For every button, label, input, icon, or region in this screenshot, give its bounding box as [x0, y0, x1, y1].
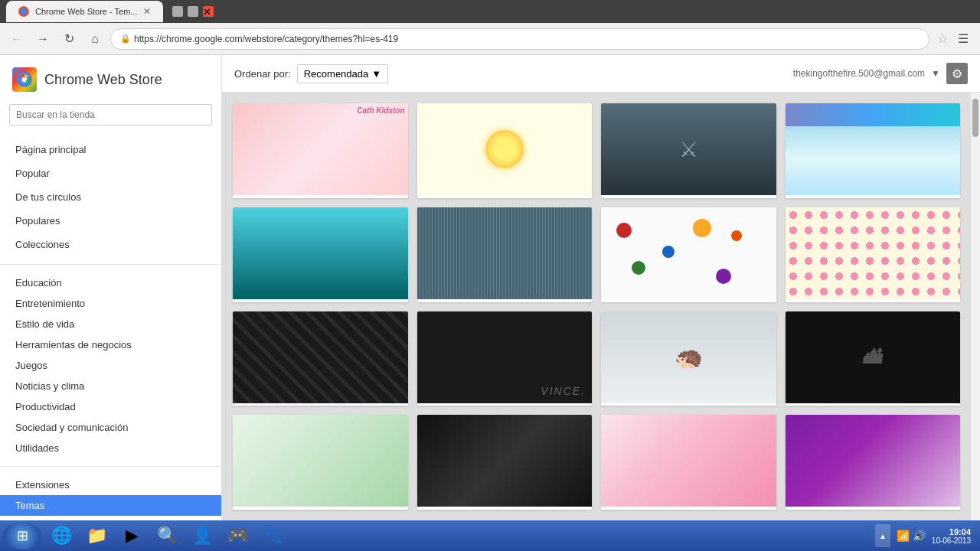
address-bar[interactable]: 🔒 https://chrome.google.com/webstore/cat…	[110, 28, 929, 50]
nav-divider-1	[0, 264, 221, 265]
right-scrollbar[interactable]	[971, 93, 980, 520]
user-dropdown-icon[interactable]: ▼	[931, 68, 940, 79]
sidebar-section-temas[interactable]: Temas	[0, 495, 221, 516]
theme-thumbnail: 🦔	[601, 311, 776, 403]
theme-item[interactable]: 🦔Hedgehog in the fog221.468 usuarios	[601, 311, 776, 406]
taskbar-app-user[interactable]: 👤	[185, 522, 219, 549]
sidebar-nav-colecciones[interactable]: Colecciones	[0, 233, 221, 256]
theme-item[interactable]: Emma Bridgewater192.485 usuarios	[601, 207, 776, 302]
sidebar-category-entretenimiento[interactable]: Entretenimiento	[0, 293, 221, 314]
search-input[interactable]	[9, 104, 212, 126]
home-button[interactable]: ⌂	[84, 28, 106, 50]
browser-toolbar: ← → ↻ ⌂ 🔒 https://chrome.google.com/webs…	[0, 23, 980, 55]
theme-info: Game of Thrones: Stark🔥🔥🔥 Tendencia	[601, 195, 776, 198]
window-minimize-button[interactable]	[172, 6, 183, 17]
taskbar-system-icons: 📶 🔊	[897, 530, 926, 542]
sidebar-nav-de-tus-circulos[interactable]: De tus círculos	[0, 185, 221, 209]
sidebar-category-utilidades[interactable]: Utilidades	[0, 438, 221, 458]
sidebar-category-estilo-de-vida[interactable]: Estilo de vida	[0, 314, 221, 334]
settings-gear-icon: ⚙	[952, 67, 962, 81]
sidebar-section-extensiones[interactable]: Extensiones	[0, 474, 221, 495]
theme-info: Blond-Amsterdam63.488 usuarios	[786, 299, 961, 302]
theme-info: Splendid632.650 usuarios	[786, 195, 961, 198]
sort-area: Ordenar por: Recomendada ▼	[234, 64, 388, 83]
theme-item[interactable]: Marlies Dekkers200.069 usuarios	[233, 311, 408, 406]
theme-item[interactable]: Splendid632.650 usuarios	[786, 103, 961, 198]
theme-item[interactable]	[417, 415, 593, 510]
scrollbar-thumb[interactable]	[972, 99, 978, 137]
theme-thumbnail	[601, 207, 776, 299]
theme-info: Marlies Dekkers200.069 usuarios	[233, 403, 408, 406]
sidebar-category-educacion[interactable]: Educación	[0, 272, 221, 293]
explorer-icon: 📁	[87, 526, 107, 546]
theme-item[interactable]: ⚔Game of Thrones: Stark🔥🔥🔥 Tendencia	[601, 103, 776, 198]
taskbar-app-game[interactable]: 🎮	[220, 522, 254, 549]
theme-item[interactable]: Blond-Amsterdam63.488 usuarios	[786, 207, 961, 302]
taskbar-app-chrome[interactable]: 🌐	[44, 522, 78, 549]
theme-info: Charlotte Ronson252.669 usuarios	[786, 403, 961, 406]
theme-thumbnail	[417, 103, 593, 195]
theme-thumbnail	[601, 415, 776, 507]
taskbar-app-explorer[interactable]: 📁	[80, 522, 113, 549]
sidebar-nav-pagina-principal[interactable]: Página principal	[0, 138, 221, 161]
sidebar: Chrome Web Store Página principalPopular…	[0, 55, 222, 520]
sidebar-category-herramientas-de-negocios[interactable]: Herramientas de negocios	[0, 334, 221, 355]
sidebar-main-nav: Página principalPopularDe tus círculosPo…	[0, 135, 221, 259]
theme-info	[233, 507, 408, 510]
tab-title: Chrome Web Store - Tem...	[35, 7, 137, 16]
theme-item[interactable]: Caroline Gardner317.138 usuarios	[417, 103, 593, 198]
theme-thumbnail	[786, 415, 961, 507]
chrome-icon: 🌐	[51, 526, 72, 546]
cws-logo-icon	[12, 67, 37, 92]
theme-item[interactable]: 🏙Charlotte Ronson252.669 usuarios	[786, 311, 961, 406]
theme-info: Las gotas de lluvia436.885 usuarios	[417, 299, 593, 302]
theme-item[interactable]: Ratchet & Clank Future 2234.493 usuarios	[233, 207, 408, 302]
theme-thumbnail	[233, 415, 408, 507]
forward-button[interactable]: →	[32, 28, 54, 50]
theme-thumbnail	[417, 207, 593, 299]
sidebar-header: Chrome Web Store	[0, 61, 221, 101]
settings-menu-button[interactable]: ☰	[952, 28, 974, 50]
start-button[interactable]: ⊞	[3, 522, 41, 549]
taskbar-app-extra[interactable]: 🐾	[256, 522, 289, 549]
theme-grid: Cath KidstonCath Kidston630.154 usuarios…	[222, 93, 971, 520]
media-icon: ▶	[126, 526, 139, 546]
theme-thumbnail	[786, 207, 961, 299]
nav-divider-2	[0, 466, 221, 467]
theme-item[interactable]	[786, 415, 961, 510]
taskbar-notification-area[interactable]: ▲	[875, 524, 890, 547]
user-icon: 👤	[192, 526, 213, 546]
sidebar-nav-populares[interactable]: Populares	[0, 209, 221, 233]
sort-select[interactable]: Recomendada ▼	[297, 64, 388, 83]
tab-close-icon[interactable]: ✕	[143, 6, 151, 17]
sidebar-category-juegos[interactable]: Juegos	[0, 355, 221, 376]
taskbar-app-search[interactable]: 🔍	[150, 522, 184, 549]
window-close-button[interactable]: ✕	[203, 6, 214, 17]
taskbar-app-media[interactable]: ▶	[115, 522, 149, 549]
reload-button[interactable]: ↻	[58, 28, 80, 50]
sidebar-nav-popular[interactable]: Popular	[0, 161, 221, 185]
theme-item[interactable]: Las gotas de lluvia436.885 usuarios	[417, 207, 593, 302]
theme-item[interactable]: Cath KidstonCath Kidston630.154 usuarios	[233, 103, 408, 198]
theme-info: Ratchet & Clank Future 2234.493 usuarios	[233, 299, 408, 302]
sort-value: Recomendada	[304, 68, 369, 80]
theme-info: Cath Kidston630.154 usuarios	[233, 195, 408, 198]
taskbar-apps: 🌐 📁 ▶ 🔍 👤 🎮 🐾	[44, 522, 875, 549]
theme-item[interactable]	[233, 415, 408, 510]
theme-thumbnail: ⚔	[601, 103, 776, 195]
sidebar-category-productividad[interactable]: Productividad	[0, 396, 221, 417]
theme-thumbnail	[233, 207, 408, 299]
search-box	[9, 104, 212, 126]
cws-title: Chrome Web Store	[44, 72, 162, 88]
theme-item[interactable]	[601, 415, 776, 510]
window-maximize-button[interactable]	[188, 6, 198, 17]
bookmark-star-icon[interactable]: ☆	[937, 31, 948, 46]
settings-button[interactable]: ⚙	[946, 63, 968, 84]
sidebar-category-sociedad-y-comunicacion[interactable]: Sociedad y comunicación	[0, 417, 221, 438]
address-text: https://chrome.google.com/webstore/categ…	[134, 34, 920, 44]
sidebar-category-noticias-y-clima[interactable]: Noticias y clima	[0, 376, 221, 396]
browser-tab[interactable]: Chrome Web Store - Tem... ✕	[6, 1, 163, 22]
browser-frame: Chrome Web Store - Tem... ✕ ✕ ← → ↻ ⌂ 🔒 …	[0, 0, 980, 551]
theme-item[interactable]: VINCE.Vince99.371 usuarios	[417, 311, 593, 406]
back-button[interactable]: ←	[6, 28, 28, 50]
